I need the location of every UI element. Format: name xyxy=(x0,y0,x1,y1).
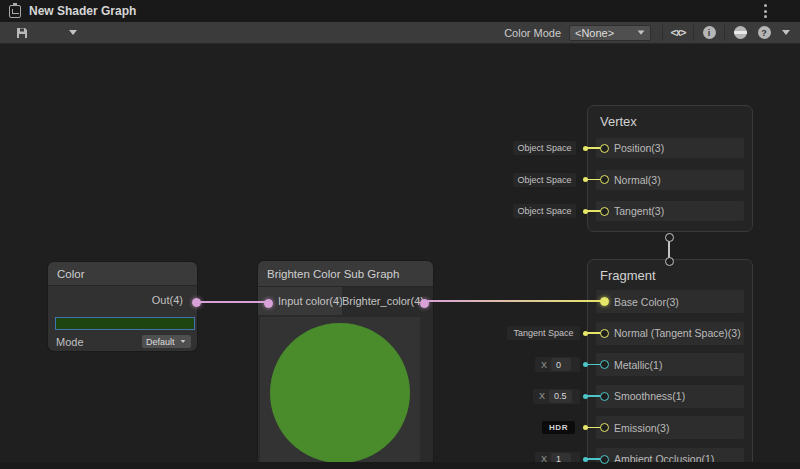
port-label: Normal (Tangent Space)(3) xyxy=(614,327,741,339)
chip-dot xyxy=(583,177,588,182)
chip-label: Object Space xyxy=(517,206,571,216)
chip-wire xyxy=(586,210,601,212)
smoothness-port[interactable] xyxy=(600,392,609,401)
value-field[interactable]: 0 xyxy=(551,358,571,371)
wire-subgraph-to-basecolor[interactable] xyxy=(428,300,602,302)
subgraph-node[interactable]: Brighten Color Sub Graph Input color(4) … xyxy=(258,261,433,469)
save-options-dropdown-button[interactable] xyxy=(60,23,86,43)
port-label: Normal(3) xyxy=(614,174,661,186)
view-generated-shader-button[interactable]: <x> xyxy=(666,23,690,43)
color-mode-label: Color Mode xyxy=(504,27,561,39)
object-space-chip[interactable]: Object Space xyxy=(513,204,576,218)
axis-label: X xyxy=(539,391,545,401)
chip-dot xyxy=(583,457,588,462)
smoothness-value-chip[interactable]: X 0.5 xyxy=(533,389,580,404)
wire-vertex-to-fragment[interactable] xyxy=(668,240,670,258)
vertex-position-block[interactable]: Position(3) xyxy=(596,138,744,158)
save-asset-button[interactable] xyxy=(8,23,36,43)
tangent-space-chip[interactable]: Tangent Space xyxy=(507,326,580,340)
subgraph-output-port[interactable] xyxy=(420,299,429,308)
vertex-stack-port[interactable] xyxy=(665,233,674,242)
fragment-node[interactable]: Fragment Base Color(3) Normal (Tangent S… xyxy=(587,259,753,469)
position-port[interactable] xyxy=(600,144,609,153)
normal-tangent-space-port[interactable] xyxy=(600,329,609,338)
chip-wire xyxy=(586,179,601,181)
chevron-down-icon xyxy=(181,340,186,343)
emission-port[interactable] xyxy=(600,423,609,432)
fragment-emission-block[interactable]: Emission(3) xyxy=(596,416,744,439)
chip-dot xyxy=(583,146,588,151)
mode-dropdown[interactable]: Default xyxy=(142,335,191,348)
out-port-label: Out(4) xyxy=(152,294,183,306)
kebab-menu-icon[interactable] xyxy=(764,4,768,18)
chip-dot xyxy=(583,425,588,430)
subgraph-port-row: Input color(4) Brighter_color(4) xyxy=(258,287,433,315)
port-label: Position(3) xyxy=(614,142,664,154)
color-swatch-field[interactable] xyxy=(55,317,195,330)
port-label: Smoothness(1) xyxy=(614,390,685,402)
fragment-metallic-block[interactable]: Metallic(1) xyxy=(596,353,744,376)
chip-wire xyxy=(586,147,601,149)
output-port-label: Brighter_color(4) xyxy=(342,295,424,307)
title-bar: New Shader Graph xyxy=(0,0,800,22)
fragment-stack-port[interactable] xyxy=(665,257,674,266)
subgraph-input-port[interactable] xyxy=(264,299,273,308)
base-color-port[interactable] xyxy=(600,297,609,306)
save-icon xyxy=(16,27,28,39)
color-mode-value: <None> xyxy=(575,27,614,39)
normal-port[interactable] xyxy=(600,175,609,184)
fragment-normal-block[interactable]: Normal (Tangent Space)(3) xyxy=(596,322,744,345)
fragment-smoothness-block[interactable]: Smoothness(1) xyxy=(596,385,744,408)
toolbar-overflow-button[interactable] xyxy=(776,23,796,43)
code-icon: <x> xyxy=(670,27,685,38)
metallic-value-chip[interactable]: X 0 xyxy=(535,357,580,372)
main-preview-button[interactable] xyxy=(728,23,752,43)
chip-label: Object Space xyxy=(517,143,571,153)
toolbar-separator xyxy=(724,25,725,41)
axis-label: X xyxy=(541,360,547,370)
vertex-node[interactable]: Vertex Position(3) Normal(3) Tangent(3) xyxy=(587,105,753,232)
graph-inspector-button[interactable]: i xyxy=(697,23,721,43)
port-label: Base Color(3) xyxy=(614,296,679,308)
object-space-chip[interactable]: Object Space xyxy=(513,141,576,155)
input-port-label: Input color(4) xyxy=(278,295,343,307)
shader-graph-asset-icon xyxy=(9,5,21,18)
color-node[interactable]: Color Out(4) Mode Default xyxy=(48,262,197,351)
wire-color-to-subgraph[interactable] xyxy=(200,301,266,303)
chip-wire xyxy=(586,395,601,397)
tangent-port[interactable] xyxy=(600,207,609,216)
object-space-chip[interactable]: Object Space xyxy=(513,173,576,187)
help-button[interactable]: ? xyxy=(752,23,776,43)
fragment-basecolor-block[interactable]: Base Color(3) xyxy=(596,290,744,313)
graph-canvas[interactable]: Vertex Position(3) Normal(3) Tangent(3) … xyxy=(0,44,800,469)
chip-wire xyxy=(586,364,601,366)
vertex-tangent-block[interactable]: Tangent(3) xyxy=(596,201,744,221)
shader-graph-window: New Shader Graph Color Mode <None> <x> i xyxy=(0,0,800,469)
chip-dot xyxy=(583,331,588,336)
chip-label: Object Space xyxy=(517,175,571,185)
chip-wire xyxy=(586,458,601,460)
preview-sphere-icon xyxy=(734,26,747,39)
subgraph-preview[interactable] xyxy=(260,317,420,469)
toolbar-separator xyxy=(693,25,694,41)
color-mode-dropdown[interactable]: <None> xyxy=(569,25,651,41)
subgraph-node-header[interactable]: Brighten Color Sub Graph xyxy=(258,261,433,287)
vertex-node-title: Vertex xyxy=(600,114,637,129)
vertex-normal-block[interactable]: Normal(3) xyxy=(596,170,744,190)
metallic-port[interactable] xyxy=(600,360,609,369)
chevron-down-icon xyxy=(782,30,790,35)
chip-label: HDR xyxy=(549,423,568,432)
value-field[interactable]: 0.5 xyxy=(549,390,572,403)
chip-dot xyxy=(583,362,588,367)
window-bottom-edge xyxy=(0,462,800,469)
mode-label: Mode xyxy=(56,336,84,348)
toolbar: Color Mode <None> <x> i ? xyxy=(0,22,800,44)
mode-value: Default xyxy=(146,337,175,347)
color-out-port[interactable] xyxy=(192,298,201,307)
toolbar-separator xyxy=(662,25,663,41)
ambient-occlusion-port[interactable] xyxy=(600,455,609,464)
hdr-chip[interactable]: HDR xyxy=(542,421,575,434)
color-node-header[interactable]: Color xyxy=(48,262,197,286)
chip-label: Tangent Space xyxy=(513,328,573,338)
chip-dot xyxy=(583,209,588,214)
